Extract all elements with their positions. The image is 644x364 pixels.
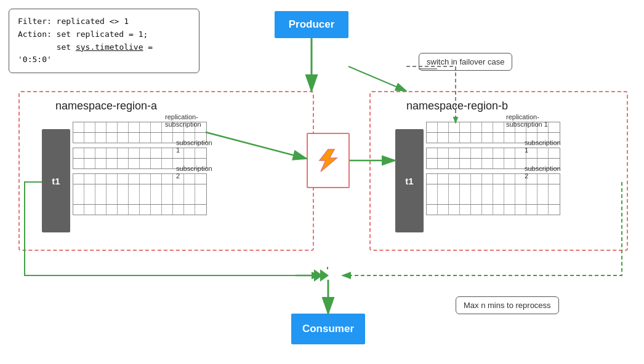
filter-line1: Filter: replicated <> 1 bbox=[18, 17, 129, 26]
svg-line-6 bbox=[348, 66, 406, 91]
region-b-replication-sub-label: replication-subscription 1 bbox=[506, 113, 560, 128]
producer-box: Producer bbox=[275, 11, 348, 38]
region-b-sub2-label: subscription 2 bbox=[525, 165, 561, 180]
processor-box bbox=[307, 133, 350, 188]
diagram-container: Filter: replicated <> 1 Action: set repl… bbox=[0, 0, 644, 364]
region-a-sub1-label: subscription 1 bbox=[176, 139, 212, 154]
region-a-sub2-label: subscription 2 bbox=[176, 165, 212, 180]
consumer-label: Consumer bbox=[302, 323, 354, 335]
svg-marker-0 bbox=[320, 149, 337, 172]
region-b-extra-rows bbox=[426, 194, 560, 215]
consumer-box: Consumer bbox=[291, 314, 365, 344]
region-b-sub2-area: subscription 2 bbox=[426, 173, 560, 195]
failover-label: switch in failover case bbox=[419, 53, 512, 71]
maxmins-label: Max n mins to reprocess bbox=[456, 296, 559, 314]
region-a-replication-sub-label: replication-subscription bbox=[165, 113, 207, 128]
region-a-t1-box: t1 bbox=[42, 129, 70, 232]
region-a-extra-rows bbox=[73, 194, 207, 215]
region-a-t1-label: t1 bbox=[52, 176, 60, 186]
region-b-label: namespace-region-b bbox=[406, 100, 508, 113]
filter-action-box: Filter: replicated <> 1 Action: set repl… bbox=[9, 9, 199, 73]
lightning-icon bbox=[315, 147, 342, 174]
region-b-t1-label: t1 bbox=[405, 176, 413, 186]
filter-set-sys: set sys.timetolive = '0:5:0' bbox=[18, 42, 153, 65]
producer-label: Producer bbox=[289, 18, 335, 31]
merge-point bbox=[314, 267, 341, 284]
region-a-sub2-area: subscription 2 bbox=[73, 173, 207, 195]
filter-line2: Action: set replicated = 1; bbox=[18, 30, 148, 39]
region-a-label: namespace-region-a bbox=[55, 100, 157, 113]
svg-marker-11 bbox=[320, 269, 329, 282]
region-b-sub1-label: subscription 1 bbox=[525, 139, 561, 154]
filter-line3: set sys.timetolive = '0:5:0' bbox=[18, 42, 153, 65]
region-b-t1-box: t1 bbox=[395, 129, 424, 232]
